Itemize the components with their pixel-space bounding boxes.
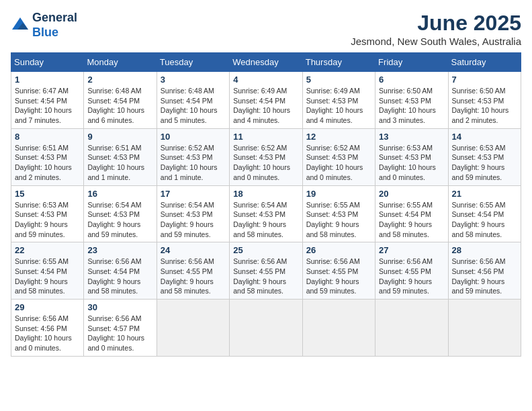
- header-day-sunday: Sunday: [11, 53, 84, 72]
- calendar-cell: 4Sunrise: 6:49 AMSunset: 4:54 PMDaylight…: [230, 72, 302, 129]
- day-info: Sunrise: 6:54 AMSunset: 4:53 PMDaylight:…: [87, 200, 152, 240]
- calendar-cell: 18Sunrise: 6:54 AMSunset: 4:53 PMDayligh…: [230, 185, 302, 242]
- calendar-cell: [230, 300, 302, 357]
- calendar-cell: 25Sunrise: 6:56 AMSunset: 4:55 PMDayligh…: [230, 242, 302, 300]
- day-info: Sunrise: 6:56 AMSunset: 4:57 PMDaylight:…: [87, 314, 152, 353]
- calendar-cell: 24Sunrise: 6:56 AMSunset: 4:55 PMDayligh…: [157, 242, 229, 300]
- day-number: 26: [306, 245, 371, 255]
- day-number: 17: [161, 189, 226, 199]
- logo-icon: [11, 16, 30, 35]
- day-info: Sunrise: 6:51 AMSunset: 4:53 PMDaylight:…: [15, 143, 80, 183]
- day-number: 4: [233, 75, 298, 85]
- calendar-cell: 10Sunrise: 6:52 AMSunset: 4:53 PMDayligh…: [157, 128, 229, 185]
- calendar-cell: 21Sunrise: 6:55 AMSunset: 4:54 PMDayligh…: [448, 185, 521, 242]
- location-title: Jesmond, New South Wales, Australia: [351, 36, 521, 47]
- header-day-saturday: Saturday: [448, 53, 521, 72]
- calendar-cell: 7Sunrise: 6:50 AMSunset: 4:53 PMDaylight…: [448, 72, 521, 129]
- header-day-tuesday: Tuesday: [157, 53, 229, 72]
- day-info: Sunrise: 6:56 AMSunset: 4:55 PMDaylight:…: [161, 257, 226, 296]
- day-info: Sunrise: 6:56 AMSunset: 4:54 PMDaylight:…: [87, 257, 152, 296]
- day-number: 12: [306, 132, 371, 142]
- day-number: 9: [87, 132, 152, 142]
- day-number: 13: [379, 132, 444, 142]
- day-info: Sunrise: 6:54 AMSunset: 4:53 PMDaylight:…: [233, 200, 298, 240]
- day-number: 8: [15, 132, 80, 142]
- day-info: Sunrise: 6:50 AMSunset: 4:53 PMDaylight:…: [452, 86, 517, 126]
- header-day-thursday: Thursday: [302, 53, 375, 72]
- day-info: Sunrise: 6:53 AMSunset: 4:53 PMDaylight:…: [379, 143, 444, 183]
- calendar-cell: [157, 300, 229, 357]
- day-number: 3: [161, 75, 226, 85]
- calendar-cell: 16Sunrise: 6:54 AMSunset: 4:53 PMDayligh…: [84, 185, 157, 242]
- day-info: Sunrise: 6:51 AMSunset: 4:53 PMDaylight:…: [87, 143, 152, 183]
- day-info: Sunrise: 6:52 AMSunset: 4:53 PMDaylight:…: [233, 143, 298, 183]
- day-number: 27: [379, 245, 444, 255]
- day-info: Sunrise: 6:53 AMSunset: 4:53 PMDaylight:…: [15, 200, 80, 240]
- day-info: Sunrise: 6:52 AMSunset: 4:53 PMDaylight:…: [306, 143, 371, 183]
- calendar-cell: 27Sunrise: 6:56 AMSunset: 4:55 PMDayligh…: [375, 242, 448, 300]
- calendar-cell: 8Sunrise: 6:51 AMSunset: 4:53 PMDaylight…: [11, 128, 84, 185]
- day-number: 23: [87, 245, 152, 255]
- day-info: Sunrise: 6:48 AMSunset: 4:54 PMDaylight:…: [87, 86, 152, 126]
- day-number: 14: [452, 132, 517, 142]
- calendar-cell: 29Sunrise: 6:56 AMSunset: 4:56 PMDayligh…: [11, 300, 84, 357]
- day-info: Sunrise: 6:54 AMSunset: 4:53 PMDaylight:…: [161, 200, 226, 240]
- title-area: June 2025 Jesmond, New South Wales, Aust…: [351, 11, 521, 47]
- header: GeneralBlue June 2025 Jesmond, New South…: [11, 11, 521, 47]
- calendar-cell: 6Sunrise: 6:50 AMSunset: 4:53 PMDaylight…: [375, 72, 448, 129]
- calendar-cell: 1Sunrise: 6:47 AMSunset: 4:54 PMDaylight…: [11, 72, 84, 129]
- week-row-0: 1Sunrise: 6:47 AMSunset: 4:54 PMDaylight…: [11, 72, 521, 129]
- day-number: 10: [161, 132, 226, 142]
- day-info: Sunrise: 6:50 AMSunset: 4:53 PMDaylight:…: [379, 86, 444, 126]
- calendar-cell: 13Sunrise: 6:53 AMSunset: 4:53 PMDayligh…: [375, 128, 448, 185]
- calendar-cell: 19Sunrise: 6:55 AMSunset: 4:53 PMDayligh…: [302, 185, 375, 242]
- day-info: Sunrise: 6:52 AMSunset: 4:53 PMDaylight:…: [161, 143, 226, 183]
- header-day-wednesday: Wednesday: [230, 53, 302, 72]
- day-info: Sunrise: 6:55 AMSunset: 4:54 PMDaylight:…: [379, 200, 444, 240]
- day-info: Sunrise: 6:49 AMSunset: 4:54 PMDaylight:…: [233, 86, 298, 126]
- calendar-cell: 17Sunrise: 6:54 AMSunset: 4:53 PMDayligh…: [157, 185, 229, 242]
- day-info: Sunrise: 6:56 AMSunset: 4:56 PMDaylight:…: [15, 314, 80, 353]
- calendar-cell: 9Sunrise: 6:51 AMSunset: 4:53 PMDaylight…: [84, 128, 157, 185]
- day-number: 15: [15, 189, 80, 199]
- day-info: Sunrise: 6:55 AMSunset: 4:53 PMDaylight:…: [306, 200, 371, 240]
- calendar-cell: 22Sunrise: 6:55 AMSunset: 4:54 PMDayligh…: [11, 242, 84, 300]
- day-number: 22: [15, 245, 80, 255]
- logo-text: GeneralBlue: [32, 11, 77, 40]
- day-info: Sunrise: 6:48 AMSunset: 4:54 PMDaylight:…: [161, 86, 226, 126]
- day-number: 21: [452, 189, 517, 199]
- calendar-cell: 26Sunrise: 6:56 AMSunset: 4:55 PMDayligh…: [302, 242, 375, 300]
- day-info: Sunrise: 6:53 AMSunset: 4:53 PMDaylight:…: [452, 143, 517, 183]
- calendar-cell: [375, 300, 448, 357]
- calendar-cell: [302, 300, 375, 357]
- week-row-4: 29Sunrise: 6:56 AMSunset: 4:56 PMDayligh…: [11, 300, 521, 357]
- header-day-friday: Friday: [375, 53, 448, 72]
- calendar-cell: 11Sunrise: 6:52 AMSunset: 4:53 PMDayligh…: [230, 128, 302, 185]
- week-row-2: 15Sunrise: 6:53 AMSunset: 4:53 PMDayligh…: [11, 185, 521, 242]
- day-info: Sunrise: 6:47 AMSunset: 4:54 PMDaylight:…: [15, 86, 80, 126]
- month-title: June 2025: [351, 11, 521, 36]
- calendar-cell: [448, 300, 521, 357]
- day-number: 5: [306, 75, 371, 85]
- calendar-cell: 23Sunrise: 6:56 AMSunset: 4:54 PMDayligh…: [84, 242, 157, 300]
- calendar-cell: 30Sunrise: 6:56 AMSunset: 4:57 PMDayligh…: [84, 300, 157, 357]
- calendar-cell: 12Sunrise: 6:52 AMSunset: 4:53 PMDayligh…: [302, 128, 375, 185]
- day-number: 28: [452, 245, 517, 255]
- calendar-cell: 20Sunrise: 6:55 AMSunset: 4:54 PMDayligh…: [375, 185, 448, 242]
- day-info: Sunrise: 6:56 AMSunset: 4:55 PMDaylight:…: [379, 257, 444, 296]
- day-number: 30: [87, 302, 152, 312]
- day-number: 29: [15, 302, 80, 312]
- calendar-table: SundayMondayTuesdayWednesdayThursdayFrid…: [11, 52, 521, 357]
- day-number: 2: [87, 75, 152, 85]
- day-number: 7: [452, 75, 517, 85]
- day-info: Sunrise: 6:55 AMSunset: 4:54 PMDaylight:…: [452, 200, 517, 240]
- week-row-1: 8Sunrise: 6:51 AMSunset: 4:53 PMDaylight…: [11, 128, 521, 185]
- calendar-cell: 14Sunrise: 6:53 AMSunset: 4:53 PMDayligh…: [448, 128, 521, 185]
- calendar-cell: 3Sunrise: 6:48 AMSunset: 4:54 PMDaylight…: [157, 72, 229, 129]
- day-info: Sunrise: 6:55 AMSunset: 4:54 PMDaylight:…: [15, 257, 80, 296]
- day-number: 16: [87, 189, 152, 199]
- day-info: Sunrise: 6:56 AMSunset: 4:55 PMDaylight:…: [233, 257, 298, 296]
- calendar-cell: 28Sunrise: 6:56 AMSunset: 4:56 PMDayligh…: [448, 242, 521, 300]
- day-info: Sunrise: 6:49 AMSunset: 4:53 PMDaylight:…: [306, 86, 371, 126]
- day-number: 20: [379, 189, 444, 199]
